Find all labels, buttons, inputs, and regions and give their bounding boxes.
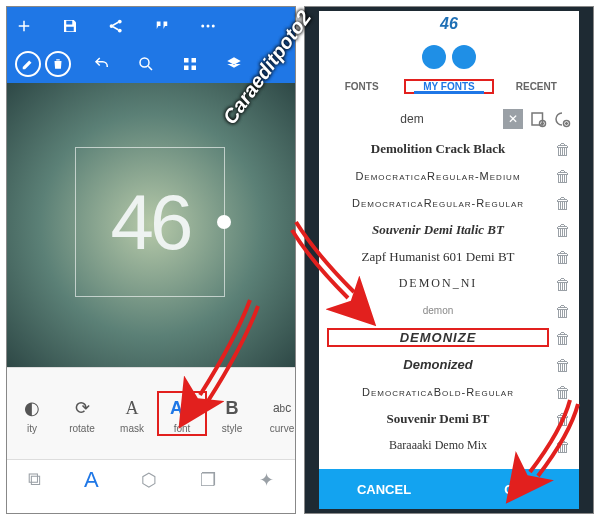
tab-text-icon[interactable]: A xyxy=(84,467,99,493)
ok-button[interactable]: OK xyxy=(449,482,579,497)
trash-icon[interactable]: 🗑 xyxy=(555,168,571,184)
svg-point-6 xyxy=(207,25,210,28)
font-row[interactable]: Demonized🗑 xyxy=(319,351,579,378)
trash-icon[interactable]: 🗑 xyxy=(555,357,571,373)
trash-icon[interactable]: 🗑 xyxy=(555,249,571,265)
search-row: ✕ xyxy=(319,103,579,135)
svg-rect-13 xyxy=(532,113,543,125)
svg-rect-10 xyxy=(192,58,197,63)
svg-rect-12 xyxy=(192,66,197,71)
trash-icon[interactable]: 🗑 xyxy=(555,384,571,400)
zoom-icon[interactable] xyxy=(137,55,155,73)
clear-search-icon[interactable]: ✕ xyxy=(503,109,523,129)
svg-point-5 xyxy=(201,25,204,28)
menu-icon[interactable] xyxy=(199,17,217,35)
font-row[interactable]: DemocraticaRegular-Regular🗑 xyxy=(319,189,579,216)
share-icon[interactable] xyxy=(107,17,125,35)
tool-opacity[interactable]: ◐ity xyxy=(7,393,57,434)
tool-curve[interactable]: abccurve xyxy=(257,393,295,434)
tool-style[interactable]: Bstyle xyxy=(207,393,257,434)
top-toolbar xyxy=(7,7,295,83)
font-list[interactable]: Demolition Crack Black🗑 DemocraticaRegul… xyxy=(319,135,579,469)
tab-shape-icon[interactable]: ⬡ xyxy=(141,469,157,491)
svg-point-7 xyxy=(212,25,215,28)
trash-icon[interactable]: 🗑 xyxy=(555,222,571,238)
font-row[interactable]: demon🗑 xyxy=(319,297,579,324)
dialog-header: 46 xyxy=(319,11,579,69)
tool-rotate[interactable]: ⟳rotate xyxy=(57,393,107,434)
svg-rect-9 xyxy=(184,58,189,63)
font-row[interactable]: Souvenir Demi BT🗑 xyxy=(319,405,579,432)
undo-icon[interactable] xyxy=(93,55,111,73)
svg-rect-1 xyxy=(66,27,74,32)
font-row[interactable]: Souvenir Demi Italic BT🗑 xyxy=(319,216,579,243)
text-box[interactable]: 46 xyxy=(75,147,225,297)
font-row-demonize[interactable]: DEMONIZE🗑 xyxy=(319,324,579,351)
tab-recent[interactable]: RECENT xyxy=(494,81,579,92)
add-icon[interactable] xyxy=(15,17,33,35)
canvas-text: 46 xyxy=(111,177,190,268)
logo-icon xyxy=(420,41,478,69)
font-row[interactable]: DEMON_NI🗑 xyxy=(319,270,579,297)
tab-fx-icon[interactable]: ✦ xyxy=(259,469,274,491)
trash-icon[interactable]: 🗑 xyxy=(555,411,571,427)
tab-my-fonts[interactable]: MY FONTS xyxy=(404,79,493,94)
font-tabs: FONTS MY FONTS RECENT xyxy=(319,69,579,103)
font-row[interactable]: Demolition Crack Black🗑 xyxy=(319,135,579,162)
font-dialog: 46 FONTS MY FONTS RECENT ✕ Demolition Cr… xyxy=(319,11,579,509)
font-row[interactable]: DemocraticaBold-Regular🗑 xyxy=(319,378,579,405)
editor-screen: 46 ◐ity ⟳rotate Amask Abfont Bstyle abcc… xyxy=(6,6,296,514)
tool-strip: ◐ity ⟳rotate Amask Abfont Bstyle abccurv… xyxy=(7,367,295,459)
svg-point-8 xyxy=(140,58,149,67)
trash-icon[interactable]: 🗑 xyxy=(555,195,571,211)
delete-icon[interactable] xyxy=(45,51,71,77)
cancel-button[interactable]: CANCEL xyxy=(319,482,449,497)
font-row[interactable]: Zapf Humanist 601 Demi BT🗑 xyxy=(319,243,579,270)
trash-icon[interactable]: 🗑 xyxy=(555,276,571,292)
edit-icon[interactable] xyxy=(15,51,41,77)
tool-font[interactable]: Abfont xyxy=(157,391,207,436)
quote-icon[interactable] xyxy=(153,17,171,35)
import-font-icon[interactable] xyxy=(529,110,547,128)
trash-icon[interactable]: 🗑 xyxy=(555,141,571,157)
trash-icon[interactable]: 🗑 xyxy=(555,303,571,319)
save-icon[interactable] xyxy=(61,17,79,35)
bottom-tabs: ⧉ A ⬡ ❐ ✦ xyxy=(7,459,295,499)
font-row[interactable]: Baraaaki Demo Mix🗑 xyxy=(319,432,579,459)
grid-icon[interactable] xyxy=(181,55,199,73)
dialog-buttons: CANCEL OK xyxy=(319,469,579,509)
preview-number: 46 xyxy=(440,15,458,33)
font-row[interactable]: DemocraticaRegular-Medium🗑 xyxy=(319,162,579,189)
tool-mask[interactable]: Amask xyxy=(107,393,157,434)
tab-layers-icon[interactable]: ❐ xyxy=(200,469,216,491)
font-picker-screen: 46 FONTS MY FONTS RECENT ✕ Demolition Cr… xyxy=(304,6,594,514)
svg-rect-0 xyxy=(66,21,72,25)
layers-icon[interactable] xyxy=(225,55,243,73)
trash-icon[interactable]: 🗑 xyxy=(555,330,571,346)
tab-overlap-icon[interactable]: ⧉ xyxy=(28,469,41,490)
tab-fonts[interactable]: FONTS xyxy=(319,81,404,92)
svg-rect-11 xyxy=(184,66,189,71)
canvas[interactable]: 46 xyxy=(7,83,295,367)
search-input[interactable] xyxy=(327,112,497,126)
trash-icon[interactable]: 🗑 xyxy=(555,438,571,454)
add-font-icon[interactable] xyxy=(553,110,571,128)
